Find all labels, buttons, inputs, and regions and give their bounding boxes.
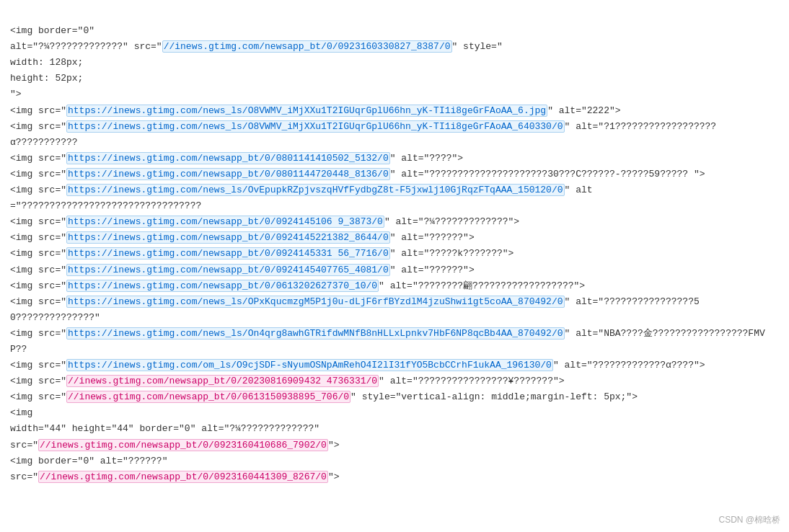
code-link-pink[interactable]: //inews.gtimg.com/newsapp_bt/0/092316044…	[38, 471, 328, 483]
code-text: " alt="????">	[390, 153, 463, 164]
code-text: alt="?¼?????????????" src="	[10, 41, 162, 52]
code-text: " alt="?¼?????????????">	[384, 216, 519, 227]
code-line: <img src="https://inews.gtimg.com/news_l…	[10, 119, 779, 151]
code-text: <img src="	[10, 105, 66, 116]
code-text: " style="vertical-align: middle;margin-l…	[351, 391, 638, 402]
code-link-blue[interactable]: https://inews.gtimg.com/newsapp_bt/0/080…	[66, 168, 390, 180]
code-line: <img border="0" alt="??????"	[10, 453, 779, 469]
code-link-blue[interactable]: https://inews.gtimg.com/news_ls/OvEpupkR…	[66, 184, 565, 196]
code-text: <img border="0"	[10, 25, 94, 36]
code-text: " style="	[452, 41, 503, 52]
code-link-blue[interactable]: https://inews.gtimg.com/newsapp_bt/0/061…	[66, 280, 379, 292]
code-text: <img src="	[10, 153, 66, 164]
code-text: <img src="	[10, 360, 66, 371]
code-line: height: 52px;	[10, 71, 779, 87]
code-text: " alt="?????????????????????30???C??????…	[390, 169, 705, 179]
code-text: src="	[10, 471, 38, 482]
code-line: <img src="https://inews.gtimg.com/newsap…	[10, 230, 779, 246]
code-line: <img src="https://inews.gtimg.com/om_ls/…	[10, 358, 779, 373]
code-link-blue[interactable]: https://inews.gtimg.com/news_ls/O8VWMV_i…	[66, 105, 547, 117]
code-link-blue[interactable]: https://inews.gtimg.com/newsapp_bt/0/092…	[66, 264, 390, 276]
code-link-pink[interactable]: //inews.gtimg.com/newsapp_bt/0/092316041…	[38, 439, 328, 451]
code-link-blue[interactable]: https://inews.gtimg.com/news_ls/On4qrg8a…	[66, 327, 565, 340]
code-text: width="44" height="44" border="0" alt="?…	[10, 423, 319, 434]
code-link-blue[interactable]: https://inews.gtimg.com/news_ls/O8VWMV_i…	[66, 120, 565, 133]
code-line: <img src="https://inews.gtimg.com/newsap…	[10, 214, 779, 230]
code-line: src="//inews.gtimg.com/newsapp_bt/0/0923…	[10, 469, 779, 485]
code-text: <img border="0" alt="??????"	[10, 456, 167, 466]
code-link-blue[interactable]: https://inews.gtimg.com/newsapp_bt/0/080…	[66, 152, 390, 164]
code-line: <img src="//inews.gtimg.com/newsapp_bt/0…	[10, 389, 779, 405]
code-text: " alt="?????k???????">	[390, 248, 514, 259]
code-link-blue[interactable]: https://inews.gtimg.com/newsapp_bt/0/092…	[66, 216, 384, 228]
code-text: <img src="	[10, 216, 66, 227]
code-text: src="	[10, 440, 38, 451]
code-view: <img border="0"alt="?¼?????????????" src…	[0, 0, 789, 492]
code-line: <img border="0"	[10, 23, 779, 39]
code-text: <img src="	[10, 296, 66, 307]
code-link-blue[interactable]: https://inews.gtimg.com/newsapp_bt/0/092…	[66, 247, 390, 260]
code-line: <img src="https://inews.gtimg.com/news_l…	[10, 326, 779, 358]
code-line: <img src="https://inews.gtimg.com/news_l…	[10, 182, 779, 214]
code-line: width: 128px;	[10, 55, 779, 71]
code-text: " alt="????????????????¥???????">	[379, 376, 564, 386]
code-text: <img	[10, 407, 32, 418]
code-text: " alt="??????">	[390, 232, 475, 243]
code-text: <img src="	[10, 391, 66, 402]
code-link-pink[interactable]: //inews.gtimg.com/newsapp_bt/0/202308169…	[66, 375, 379, 387]
code-link-pink[interactable]: //inews.gtimg.com/newsapp_bt/0/061315093…	[66, 391, 351, 403]
code-text: <img src="	[10, 248, 66, 259]
code-text: " alt="??????">	[390, 265, 475, 275]
code-link-blue[interactable]: //inews.gtimg.com/newsapp_bt/0/092316033…	[162, 40, 452, 53]
code-text: ">	[328, 440, 340, 451]
code-text: <img src="	[10, 376, 66, 386]
code-link-blue[interactable]: https://inews.gtimg.com/news_ls/OPxKqucm…	[66, 296, 565, 308]
code-line: <img src="https://inews.gtimg.com/newsap…	[10, 151, 779, 167]
code-text: <img src="	[10, 232, 66, 243]
code-line: <img src="https://inews.gtimg.com/newsap…	[10, 246, 779, 262]
code-line: width="44" height="44" border="0" alt="?…	[10, 421, 779, 437]
code-text: <img src="	[10, 280, 66, 291]
code-text: ">	[10, 89, 22, 99]
code-text: <img src="	[10, 185, 66, 195]
code-text: width: 128px;	[10, 57, 83, 68]
code-line: <img src="https://inews.gtimg.com/newsap…	[10, 167, 779, 182]
code-link-blue[interactable]: https://inews.gtimg.com/newsapp_bt/0/092…	[66, 231, 390, 244]
code-text: " alt="?????????????α????">	[553, 360, 705, 371]
code-text: <img src="	[10, 169, 66, 179]
code-text: " alt="2222">	[547, 105, 620, 116]
code-text: <img src="	[10, 328, 66, 339]
code-link-blue[interactable]: https://inews.gtimg.com/om_ls/O9cjSDF-sN…	[66, 359, 553, 371]
code-line: alt="?¼?????????????" src="//inews.gtimg…	[10, 39, 779, 55]
code-line: <img src="//inews.gtimg.com/newsapp_bt/0…	[10, 373, 779, 389]
code-text: <img src="	[10, 121, 66, 132]
code-line: ">	[10, 87, 779, 102]
code-line: <img src="https://inews.gtimg.com/news_l…	[10, 103, 779, 119]
code-line: <img src="https://inews.gtimg.com/newsap…	[10, 262, 779, 278]
code-text: <img src="	[10, 265, 66, 275]
code-text: ">	[328, 471, 340, 482]
code-line: src="//inews.gtimg.com/newsapp_bt/0/0923…	[10, 438, 779, 453]
watermark: CSDN @棉晗桥	[718, 514, 780, 526]
code-line: <img src="https://inews.gtimg.com/newsap…	[10, 278, 779, 294]
code-text: " alt="????????翩??????????????????">	[379, 280, 585, 291]
code-line: <img src="https://inews.gtimg.com/news_l…	[10, 294, 779, 326]
code-text: height: 52px;	[10, 73, 83, 84]
code-line: <img	[10, 405, 779, 421]
